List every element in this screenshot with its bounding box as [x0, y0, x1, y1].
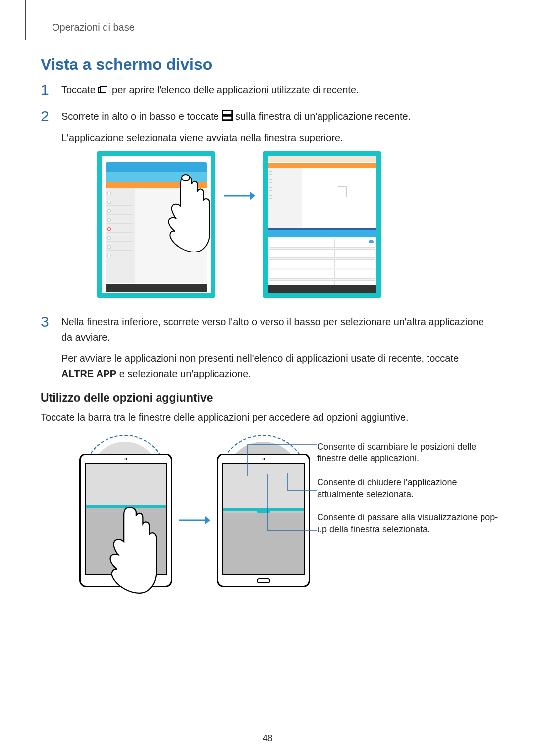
callout-2: Consente di chiudere l'applicazione attu…	[317, 476, 500, 501]
split-view-icon	[222, 110, 233, 118]
page-title: Vista a schermo diviso	[41, 55, 212, 74]
figure-tablet-before	[97, 151, 215, 298]
subsection-title: Utilizzo delle opzioni aggiuntive	[41, 391, 213, 404]
step-2-number: 2	[41, 109, 52, 151]
step-1: 1 Toccate per aprire l'elenco delle appl…	[41, 82, 359, 103]
step-3: 3 Nella finestra inferiore, scorrete ver…	[41, 314, 492, 388]
recent-apps-icon	[98, 83, 109, 91]
step-1-text: Toccate per aprire l'elenco delle applic…	[61, 82, 359, 103]
step-3-line1: Nella finestra inferiore, scorrete verso…	[61, 314, 492, 345]
step-1-post: per aprire l'elenco delle applicazioni u…	[112, 84, 359, 95]
step-1-number: 1	[41, 82, 52, 103]
callouts: Consente di scambiare le posizioni delle…	[317, 441, 500, 547]
step-2-line1-pre: Scorrete in alto o in basso e toccate	[61, 111, 222, 122]
arrow-right-icon	[179, 515, 210, 526]
callout-1: Consente di scambiare le posizioni delle…	[317, 441, 500, 465]
page-number: 48	[0, 733, 535, 744]
step-2-text: Scorrete in alto o in basso e toccate su…	[61, 109, 411, 151]
svg-rect-2	[101, 87, 107, 92]
svg-rect-4	[222, 116, 232, 120]
header-rule	[25, 0, 26, 40]
arrow-right-icon	[224, 190, 255, 201]
figure-split-view	[97, 151, 433, 300]
callout-3: Consente di passare alla visualizzazione…	[317, 511, 500, 536]
subsection-intro: Toccate la barra tra le finestre delle a…	[41, 412, 409, 423]
step-3-text: Nella finestra inferiore, scorrete verso…	[61, 314, 492, 388]
hand-tap-icon	[105, 505, 160, 594]
step-3-line2-post: e selezionate un'applicazione.	[119, 368, 251, 379]
figure-tablet-after	[263, 151, 381, 298]
step-2-line2: L'applicazione selezionata viene avviata…	[61, 130, 411, 146]
step-1-pre: Toccate	[61, 84, 98, 95]
step-2-line1-post: sulla finestra di un'applicazione recent…	[235, 111, 411, 122]
breadcrumb: Operazioni di base	[52, 22, 135, 33]
step-3-line2-bold: ALTRE APP	[61, 368, 116, 379]
figure-options: Consente di scambiare le posizioni delle…	[50, 436, 505, 599]
step-2: 2 Scorrete in alto o in basso e toccate …	[41, 109, 411, 151]
step-3-number: 3	[41, 314, 52, 388]
svg-marker-6	[250, 192, 255, 200]
step-3-line2-pre: Per avviare le applicazioni non presenti…	[61, 353, 459, 364]
callout-line-3	[265, 471, 320, 533]
svg-marker-9	[205, 516, 210, 524]
svg-rect-3	[222, 110, 232, 114]
